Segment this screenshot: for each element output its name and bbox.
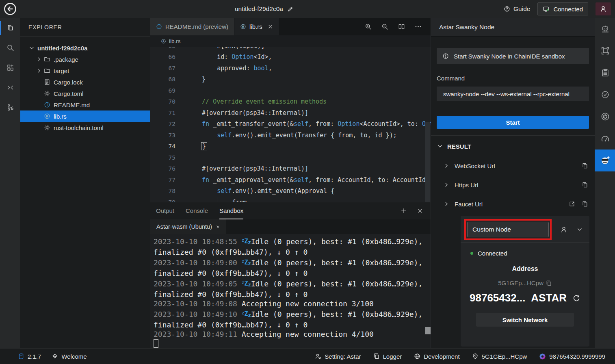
- add-terminal-icon[interactable]: [401, 208, 407, 214]
- tree-item-target[interactable]: target: [20, 65, 150, 76]
- zoom-out-icon[interactable]: [381, 23, 388, 30]
- close-instance-icon[interactable]: [216, 225, 220, 229]
- sleep-icon: zZz: [242, 280, 251, 288]
- tree-item-lib-rs[interactable]: Rlib.rs: [20, 110, 150, 122]
- chevron-down-icon: [28, 45, 35, 51]
- tree-root-label: untitled-f29d2c0a: [37, 45, 87, 52]
- status-welcome[interactable]: Welcome: [52, 353, 87, 360]
- status-dot: [470, 252, 473, 255]
- tree-item-cargo-lock[interactable]: Cargo.lock: [20, 76, 150, 88]
- log-timestamp: 2023-10-10 10:49:05: [154, 280, 242, 288]
- plugin-title: Astar Swanky Node: [439, 24, 494, 31]
- status-logger[interactable]: Logger: [373, 353, 402, 360]
- code-editor[interactable]: 65#[ink(topic)]66id: Option<Id>,67approv…: [150, 47, 431, 202]
- status-5g1gep-hcpw[interactable]: 5G1GEp...HCpw: [472, 353, 527, 360]
- result-item-websocket-url[interactable]: WebSocket Url: [437, 160, 588, 172]
- pencil-icon[interactable]: [287, 6, 293, 12]
- tab-readme-md-preview[interactable]: README.md (preview): [150, 18, 234, 35]
- avatar-button[interactable]: [596, 2, 611, 15]
- activity-blocks-plus[interactable]: [0, 58, 20, 78]
- command-input[interactable]: swanky-node --dev --ws-external --rpc-ex…: [437, 87, 589, 101]
- status-2-1-7[interactable]: 2.1.7: [18, 353, 41, 360]
- activity-badge-check[interactable]: [595, 84, 615, 106]
- account-icon[interactable]: [560, 226, 567, 233]
- tree-item-rust-toolchain-toml[interactable]: rust-toolchain.toml: [20, 122, 150, 133]
- back-icon[interactable]: [4, 2, 17, 15]
- copy-icon[interactable]: [582, 182, 588, 188]
- log-scrollbar[interactable]: [425, 327, 431, 334]
- more-actions-icon[interactable]: [415, 23, 422, 30]
- editor-toolbar: [365, 18, 431, 35]
- activity-robot[interactable]: [595, 18, 615, 40]
- status-development[interactable]: Development: [414, 353, 459, 360]
- switch-network-button[interactable]: Switch Network: [476, 313, 574, 327]
- sandbox-log[interactable]: 2023-10-10 10:48:55 zZzIdle (0 peers), b…: [150, 234, 431, 348]
- workspace-title: untitled-f29d2c0a: [235, 0, 293, 18]
- close-icon[interactable]: [267, 24, 273, 30]
- tab-label: README.md (preview): [165, 23, 228, 30]
- node-select[interactable]: Custom Node: [467, 222, 549, 237]
- status-label: 2.1.7: [28, 353, 41, 360]
- zoom-in-icon[interactable]: [365, 23, 372, 30]
- chevron-down-icon[interactable]: [576, 226, 583, 233]
- openai-icon: [601, 112, 610, 121]
- code-line: 79from,: [150, 197, 431, 202]
- breadcrumb[interactable]: R lib.rs: [150, 35, 431, 47]
- line-number: 67: [150, 65, 175, 72]
- result-item-faucet-url[interactable]: Faucet Url: [437, 198, 588, 210]
- external-icon[interactable]: [569, 201, 575, 207]
- log-entry: 2023-10-10 10:49:11 Accepting new connec…: [154, 329, 427, 339]
- activity-gauge[interactable]: [595, 128, 615, 150]
- tree-item-readme-md[interactable]: README.md: [20, 99, 150, 110]
- explorer-sidebar: EXPLORER untitled-f29d2c0a.packagetarget…: [20, 18, 150, 348]
- activity-search[interactable]: [0, 38, 20, 58]
- start-button[interactable]: Start: [437, 116, 589, 129]
- guide-link[interactable]: Guide: [504, 5, 530, 13]
- tree-root[interactable]: untitled-f29d2c0a: [20, 42, 150, 54]
- editor-area: README.md (preview)Rlib.rs R lib.rs 65#[…: [150, 18, 431, 348]
- status-bar: 2.1.7Welcome Setting: AstarLoggerDevelop…: [0, 348, 615, 364]
- line-number: 70: [150, 98, 175, 105]
- result-item-https-url[interactable]: Https Url: [437, 179, 588, 191]
- refresh-icon[interactable]: [572, 294, 580, 302]
- top-bar: untitled-f29d2c0a Guide Connected: [0, 0, 615, 18]
- panel-tab-output[interactable]: Output: [156, 202, 174, 219]
- tab-lib-rs[interactable]: Rlib.rs: [234, 18, 279, 35]
- result-header[interactable]: RESULT: [437, 140, 588, 153]
- robot-icon: [601, 24, 610, 33]
- git-branch-icon: [6, 104, 14, 111]
- person-icon: [600, 5, 607, 13]
- copy-icon[interactable]: [582, 162, 588, 169]
- tree-item-cargo-toml[interactable]: Cargo.toml: [20, 88, 150, 99]
- address-row: 5G1GEp...HCpw: [461, 280, 589, 286]
- tree-item-label: Cargo.lock: [54, 79, 83, 86]
- panel-tab-console[interactable]: Console: [186, 202, 208, 219]
- activity-git-branch[interactable]: [0, 98, 20, 117]
- activity-files[interactable]: [0, 18, 20, 38]
- result-header-label: RESULT: [447, 143, 471, 150]
- sandbox-instance-tab[interactable]: Astar-wasm (Ubuntu): [150, 219, 226, 234]
- status-987654320-9999999[interactable]: 987654320.9999999: [539, 353, 605, 360]
- copy-icon[interactable]: [582, 201, 588, 207]
- node-select-wrap: Custom Node: [467, 222, 549, 237]
- activity-openai[interactable]: [595, 106, 615, 128]
- activity-scan-blocks[interactable]: [595, 40, 615, 62]
- close-panel-icon[interactable]: [417, 208, 423, 214]
- line-number: 72: [150, 121, 175, 127]
- svg-text:R: R: [242, 25, 245, 28]
- activity-cool-face[interactable]: [595, 150, 615, 171]
- status-setting-astar[interactable]: Setting: Astar: [315, 353, 361, 360]
- split-editor-icon[interactable]: [398, 23, 405, 30]
- activity-clipboard[interactable]: [595, 62, 615, 84]
- file-lines-icon: [44, 79, 50, 85]
- panel-tabs: OutputConsoleSandbox: [156, 202, 243, 219]
- activity-collapse[interactable]: [0, 78, 20, 98]
- tree-item-package[interactable]: .package: [20, 54, 150, 65]
- line-number: 65: [150, 47, 175, 49]
- editor-scrollbar[interactable]: [425, 122, 430, 202]
- log-timestamp: 2023-10-10 10:49:11: [154, 330, 242, 338]
- panel-tab-sandbox[interactable]: Sandbox: [219, 202, 243, 219]
- copy-icon[interactable]: [546, 280, 552, 286]
- connected-button[interactable]: Connected: [537, 2, 588, 15]
- bottom-panel: OutputConsoleSandbox Astar-wasm (Ubuntu)…: [150, 202, 431, 348]
